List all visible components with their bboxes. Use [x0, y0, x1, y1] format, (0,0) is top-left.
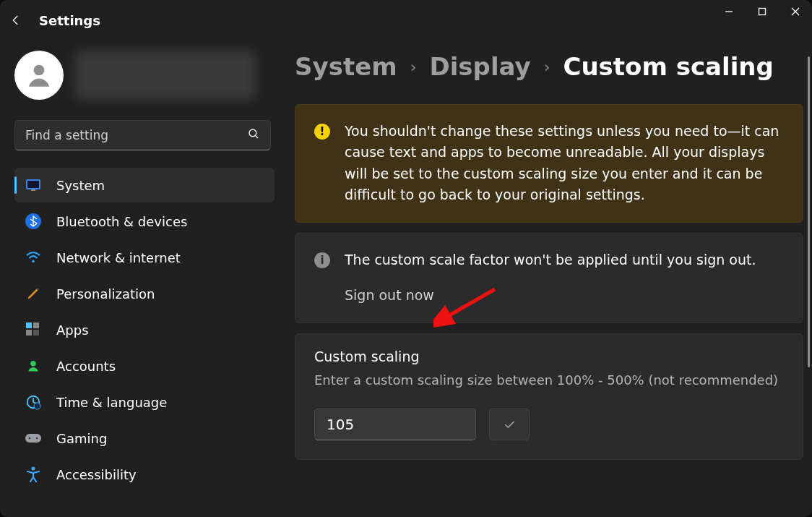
breadcrumb: System › Display › Custom scaling: [295, 52, 803, 81]
chevron-right-icon: ›: [544, 58, 550, 76]
maximize-button[interactable]: [746, 0, 779, 23]
svg-rect-13: [33, 322, 39, 328]
search-input[interactable]: [25, 128, 247, 142]
sidebar-item-label: Gaming: [56, 431, 107, 446]
app-title: Settings: [39, 13, 100, 28]
svg-rect-12: [26, 322, 32, 328]
svg-rect-14: [26, 330, 32, 336]
svg-line-6: [255, 135, 258, 138]
info-card: i The custom scale factor won't be appli…: [295, 233, 803, 323]
apps-icon: [25, 321, 42, 338]
sidebar-item-accessibility[interactable]: Accessibility: [14, 457, 275, 492]
bluetooth-icon: [25, 213, 42, 230]
system-icon: [25, 176, 42, 194]
svg-point-21: [36, 437, 38, 440]
sidebar-item-label: Accounts: [56, 359, 116, 374]
sidebar-item-time-language[interactable]: Time & language: [14, 385, 275, 419]
sidebar-item-system[interactable]: System: [14, 168, 275, 202]
svg-rect-19: [25, 434, 41, 443]
close-button[interactable]: [779, 0, 812, 23]
sidebar-item-label: Apps: [56, 322, 89, 338]
sidebar-item-label: Network & internet: [56, 250, 181, 265]
sidebar-item-label: Bluetooth & devices: [56, 214, 187, 229]
person-icon: [25, 357, 42, 375]
svg-rect-9: [31, 189, 35, 191]
svg-point-20: [29, 437, 31, 440]
info-icon: i: [314, 252, 330, 268]
breadcrumb-display[interactable]: Display: [429, 52, 530, 81]
sidebar-item-bluetooth[interactable]: Bluetooth & devices: [14, 204, 275, 239]
svg-point-18: [34, 403, 40, 409]
paintbrush-icon: [25, 285, 42, 302]
sidebar-item-personalization[interactable]: Personalization: [14, 276, 275, 311]
section-title: Custom scaling: [314, 349, 784, 364]
breadcrumb-system[interactable]: System: [295, 52, 397, 81]
search-box[interactable]: [14, 120, 271, 150]
svg-rect-8: [27, 181, 39, 188]
sidebar-item-gaming[interactable]: Gaming: [14, 421, 275, 456]
custom-scale-input[interactable]: [314, 409, 476, 440]
svg-point-4: [34, 65, 45, 76]
svg-point-11: [32, 260, 35, 263]
sidebar-item-label: Time & language: [56, 395, 167, 410]
svg-point-5: [249, 129, 256, 137]
clock-globe-icon: [25, 393, 42, 411]
svg-point-16: [30, 361, 36, 367]
sidebar-item-accounts[interactable]: Accounts: [14, 349, 275, 383]
profile-name-redacted: [75, 51, 256, 100]
warning-text: You shouldn't change these settings unle…: [345, 121, 784, 206]
sidebar-item-label: System: [56, 178, 105, 193]
avatar: [14, 51, 64, 100]
accessibility-icon: [25, 466, 42, 483]
svg-rect-15: [33, 330, 39, 336]
profile-block[interactable]: [14, 51, 275, 100]
breadcrumb-current: Custom scaling: [563, 52, 773, 81]
sidebar-item-label: Personalization: [56, 286, 155, 302]
info-text: The custom scale factor won't be applied…: [345, 249, 756, 270]
sidebar-item-network[interactable]: Network & internet: [14, 240, 275, 275]
chevron-right-icon: ›: [410, 58, 417, 76]
custom-scaling-card: Custom scaling Enter a custom scaling si…: [295, 333, 803, 460]
warning-icon: !: [314, 124, 330, 140]
svg-rect-1: [759, 9, 766, 15]
scrollbar[interactable]: [808, 56, 810, 367]
section-description: Enter a custom scaling size between 100%…: [314, 370, 784, 390]
gamepad-icon: [25, 430, 42, 447]
minimize-button[interactable]: [712, 0, 746, 23]
apply-button[interactable]: [489, 409, 530, 440]
back-button[interactable]: [0, 0, 32, 40]
sidebar-item-apps[interactable]: Apps: [14, 312, 275, 347]
sign-out-now-link[interactable]: Sign out now: [345, 285, 434, 306]
search-icon: [247, 127, 260, 143]
wifi-icon: [25, 249, 42, 266]
svg-point-22: [32, 467, 35, 471]
warning-card: ! You shouldn't change these settings un…: [295, 104, 803, 223]
sidebar-item-label: Accessibility: [56, 467, 137, 482]
